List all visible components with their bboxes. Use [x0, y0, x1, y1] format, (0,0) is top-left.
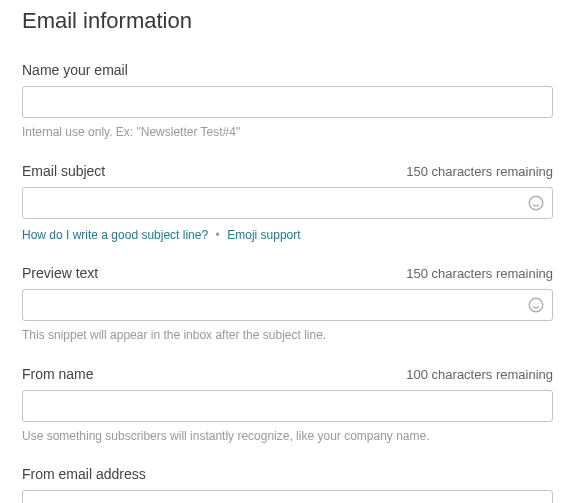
preview-label: Preview text	[22, 265, 98, 281]
page-title: Email information	[22, 8, 553, 34]
svg-point-1	[533, 201, 534, 202]
svg-point-3	[529, 298, 543, 312]
emoji-support-link[interactable]: Emoji support	[227, 228, 300, 242]
field-from-email: From email address	[22, 466, 553, 503]
from-name-input[interactable]	[22, 390, 553, 422]
field-email-subject: Email subject 150 characters remaining H…	[22, 163, 553, 243]
preview-hint: This snippet will appear in the inbox af…	[22, 327, 553, 344]
svg-point-4	[533, 303, 534, 304]
subject-char-remaining: 150 characters remaining	[406, 164, 553, 179]
subject-help-link[interactable]: How do I write a good subject line?	[22, 228, 208, 242]
field-name-your-email: Name your email Internal use only. Ex: "…	[22, 62, 553, 141]
svg-point-5	[538, 303, 539, 304]
emoji-picker-icon[interactable]	[527, 194, 545, 212]
from-name-char-remaining: 100 characters remaining	[406, 367, 553, 382]
from-name-label: From name	[22, 366, 94, 382]
link-separator: •	[216, 228, 220, 242]
emoji-picker-icon[interactable]	[527, 296, 545, 314]
svg-point-0	[529, 196, 543, 210]
field-preview-text: Preview text 150 characters remaining Th…	[22, 265, 553, 344]
subject-input[interactable]	[22, 187, 553, 219]
from-name-hint: Use something subscribers will instantly…	[22, 428, 553, 445]
name-hint: Internal use only. Ex: "Newsletter Test#…	[22, 124, 553, 141]
field-from-name: From name 100 characters remaining Use s…	[22, 366, 553, 445]
svg-point-2	[538, 201, 539, 202]
from-email-label: From email address	[22, 466, 146, 482]
preview-input[interactable]	[22, 289, 553, 321]
subject-label: Email subject	[22, 163, 105, 179]
name-input[interactable]	[22, 86, 553, 118]
from-email-input[interactable]	[22, 490, 553, 503]
preview-char-remaining: 150 characters remaining	[406, 266, 553, 281]
name-label: Name your email	[22, 62, 128, 78]
